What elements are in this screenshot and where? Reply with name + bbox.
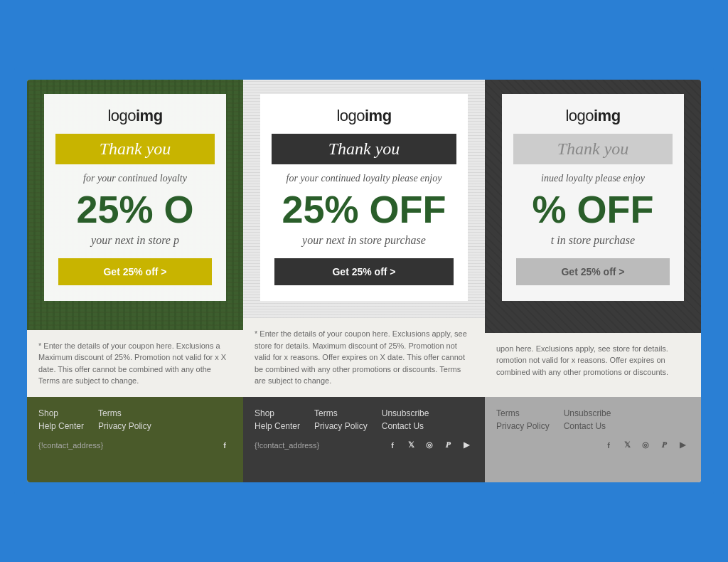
footer-1: Shop Help Center Terms Privacy Policy {!…: [27, 397, 243, 482]
loyalty-1: for your continued loyalty: [58, 173, 212, 184]
logo-2: logoimg: [274, 107, 454, 125]
footer-2: Shop Help Center Terms Privacy Policy Un…: [243, 397, 485, 482]
banner-text-3: Thank you: [557, 139, 629, 158]
footer-bottom-1: {!contact_address} f: [38, 438, 232, 452]
footer-shop-1[interactable]: Shop: [38, 408, 84, 418]
loyalty-2: for your continued loyalty please enjoy: [274, 173, 454, 184]
card-hero-3: logoimg Thank you inued loyalty please e…: [485, 80, 701, 333]
footer-col-1a: Shop Help Center: [38, 408, 84, 431]
card-hero-1: logoimg Thank you for your continued loy…: [27, 80, 243, 330]
footer-help-1[interactable]: Help Center: [38, 421, 84, 431]
outer-container: logoimg Thank you for your continued loy…: [14, 67, 714, 495]
footer-col-2b: Terms Privacy Policy: [314, 408, 368, 431]
footer-col-2c: Unsubscribe Contact Us: [382, 408, 429, 431]
footer-contact-2[interactable]: Contact Us: [382, 421, 429, 431]
footer-privacy-1[interactable]: Privacy Policy: [98, 421, 151, 431]
card-yellow: logoimg Thank you for your continued loy…: [27, 80, 243, 482]
footer-col-1b: Terms Privacy Policy: [98, 408, 151, 431]
footer-bottom-2: {!contact_address} f 𝕏 ◎ 𝑷 ▶: [255, 438, 473, 452]
twitter-icon-2[interactable]: 𝕏: [404, 438, 418, 452]
facebook-icon-1[interactable]: f: [218, 438, 232, 452]
purchase-3: t in store purchase: [516, 234, 670, 247]
social-icons-3: f 𝕏 ◎ 𝑷 ▶: [601, 438, 690, 452]
logo-1: logoimg: [58, 107, 212, 125]
youtube-icon-3[interactable]: ▶: [675, 438, 690, 452]
footer-address-2: {!contact_address}: [255, 441, 319, 450]
cards-row: logoimg Thank you for your continued loy…: [27, 80, 701, 482]
footer-privacy-3[interactable]: Privacy Policy: [496, 421, 550, 431]
facebook-icon-2[interactable]: f: [385, 438, 400, 452]
footer-terms-3[interactable]: Terms: [496, 408, 550, 418]
twitter-icon-3[interactable]: 𝕏: [620, 438, 634, 452]
discount-1: 25% O: [58, 190, 212, 228]
footer-shop-2[interactable]: Shop: [255, 408, 300, 418]
footer-bottom-3: f 𝕏 ◎ 𝑷 ▶: [496, 438, 690, 452]
fine-print-1: * Enter the details of your coupon here.…: [27, 330, 243, 397]
footer-privacy-2[interactable]: Privacy Policy: [314, 421, 368, 431]
instagram-icon-3[interactable]: ◎: [638, 438, 653, 452]
banner-2: Thank you: [272, 134, 456, 164]
fine-print-2: * Enter the details of your coupon here.…: [243, 318, 485, 397]
cta-btn-2[interactable]: Get 25% off >: [274, 258, 454, 285]
banner-text-2: Thank you: [328, 139, 400, 158]
loyalty-3: inued loyalty please enjoy: [516, 173, 670, 184]
purchase-2: your next in store purchase: [274, 234, 454, 247]
banner-3: Thank you: [513, 134, 673, 164]
footer-links-2: Shop Help Center Terms Privacy Policy Un…: [255, 408, 473, 431]
instagram-icon-2[interactable]: ◎: [422, 438, 437, 452]
discount-2: 25% OFF: [274, 190, 454, 228]
card-inner-3: logoimg Thank you inued loyalty please e…: [502, 94, 684, 301]
footer-address-1: {!contact_address}: [38, 441, 103, 450]
cta-btn-3[interactable]: Get 25% off >: [516, 258, 670, 285]
banner-text-1: Thank you: [100, 139, 171, 158]
card-inner-2: logoimg Thank you for your continued loy…: [260, 94, 468, 301]
discount-3: % OFF: [516, 190, 670, 228]
youtube-icon-2[interactable]: ▶: [459, 438, 473, 452]
social-icons-2: f 𝕏 ◎ 𝑷 ▶: [385, 438, 473, 452]
footer-3: Terms Privacy Policy Unsubscribe Contact…: [485, 397, 701, 482]
footer-links-1: Shop Help Center Terms Privacy Policy: [38, 408, 232, 431]
banner-1: Thank you: [55, 134, 215, 164]
purchase-1: your next in store p: [58, 234, 212, 247]
footer-unsubscribe-3[interactable]: Unsubscribe: [564, 408, 611, 418]
footer-links-3: Terms Privacy Policy Unsubscribe Contact…: [496, 408, 690, 431]
fine-print-3: upon here. Exclusions apply, see store f…: [485, 333, 701, 397]
facebook-icon-3[interactable]: f: [601, 438, 616, 452]
footer-contact-3[interactable]: Contact Us: [564, 421, 611, 431]
social-icons-1: f: [218, 438, 232, 452]
card-inner-1: logoimg Thank you for your continued loy…: [44, 94, 226, 301]
footer-col-2a: Shop Help Center: [255, 408, 300, 431]
footer-terms-1[interactable]: Terms: [98, 408, 151, 418]
card-dark: logoimg Thank you for your continued loy…: [243, 80, 485, 482]
footer-terms-2[interactable]: Terms: [314, 408, 368, 418]
pinterest-icon-3[interactable]: 𝑷: [657, 438, 671, 452]
pinterest-icon-2[interactable]: 𝑷: [441, 438, 455, 452]
footer-help-2[interactable]: Help Center: [255, 421, 300, 431]
footer-col-3b: Terms Privacy Policy: [496, 408, 550, 431]
footer-col-3c: Unsubscribe Contact Us: [564, 408, 611, 431]
card-gray: logoimg Thank you inued loyalty please e…: [485, 80, 701, 482]
logo-3: logoimg: [516, 107, 670, 125]
cta-btn-1[interactable]: Get 25% off >: [58, 258, 212, 285]
card-hero-2: logoimg Thank you for your continued loy…: [243, 80, 485, 318]
footer-unsubscribe-2[interactable]: Unsubscribe: [382, 408, 429, 418]
